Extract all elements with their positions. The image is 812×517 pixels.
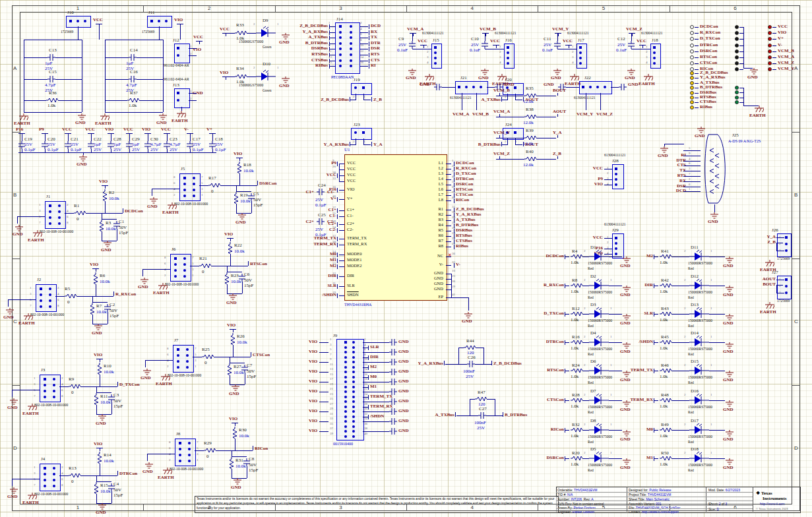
connector-J1[interactable] <box>45 201 66 229</box>
capacitor-icon[interactable] <box>389 408 397 415</box>
resistor-icon[interactable] <box>524 93 536 98</box>
capacitor-icon[interactable] <box>389 428 397 435</box>
testpoint-RTSBus[interactable] <box>690 96 694 100</box>
resistor-icon[interactable] <box>69 384 80 389</box>
testpoint-DSRBus[interactable] <box>690 91 694 95</box>
testpoint-DTRCon[interactable] <box>690 44 694 47</box>
capacitor-icon[interactable] <box>389 349 397 355</box>
connector-J3[interactable] <box>40 375 61 402</box>
capacitor-icon[interactable] <box>434 84 442 90</box>
capacitor-icon[interactable] <box>47 54 55 61</box>
connector-J18[interactable] <box>650 44 661 69</box>
resistor-icon[interactable] <box>235 74 247 79</box>
resistor-icon[interactable] <box>524 114 536 119</box>
resistor-icon[interactable] <box>229 457 234 469</box>
resistor-icon[interactable] <box>202 354 214 359</box>
resistor-icon[interactable] <box>660 456 671 461</box>
resistor-icon[interactable] <box>660 311 671 317</box>
led-icon[interactable] <box>689 278 709 290</box>
testpoint-VCM_B[interactable] <box>768 49 772 53</box>
jumper-J23[interactable] <box>351 128 372 140</box>
resistor-icon[interactable] <box>571 368 582 373</box>
resistor-icon[interactable] <box>235 30 247 36</box>
connector-J8[interactable] <box>175 439 196 466</box>
led-icon[interactable] <box>256 26 276 38</box>
resistor-icon[interactable] <box>232 427 237 439</box>
led-icon[interactable] <box>256 69 276 81</box>
resistor-icon[interactable] <box>46 98 58 103</box>
connector-J28[interactable] <box>612 164 624 189</box>
resistor-icon[interactable] <box>524 156 536 162</box>
testpoint-gnd[interactable] <box>735 55 739 59</box>
capacitor-icon[interactable] <box>389 369 397 375</box>
resistor-icon[interactable] <box>660 340 671 345</box>
capacitor-icon[interactable] <box>47 76 55 82</box>
db9-connector[interactable] <box>701 133 730 204</box>
resistor-icon[interactable] <box>571 283 582 288</box>
resistor-icon[interactable] <box>571 427 582 433</box>
resistor-icon[interactable] <box>127 98 139 103</box>
resistor-icon[interactable] <box>199 263 211 268</box>
led-icon[interactable] <box>689 423 709 435</box>
capacitor-icon[interactable] <box>389 339 397 346</box>
connector-J5[interactable] <box>179 173 201 201</box>
resistor-icon[interactable] <box>660 427 671 433</box>
resistor-icon[interactable] <box>228 242 233 254</box>
testpoint-RIBus[interactable] <box>690 106 694 109</box>
capacitor-icon[interactable] <box>478 412 486 419</box>
resistor-icon[interactable] <box>94 393 99 405</box>
resistor-icon[interactable] <box>94 482 99 494</box>
resistor-icon[interactable] <box>234 192 239 204</box>
testpoint-earth[interactable] <box>735 86 739 90</box>
resistor-icon[interactable] <box>571 398 582 403</box>
resistor-icon[interactable] <box>571 311 582 317</box>
resistor-icon[interactable] <box>237 162 242 173</box>
resistor-icon[interactable] <box>204 448 216 453</box>
resistor-icon[interactable] <box>97 363 102 375</box>
connector-J4[interactable] <box>40 464 61 491</box>
testpoint-Z_B_DCDBus[interactable] <box>690 71 694 75</box>
capacitor-icon[interactable] <box>389 418 397 425</box>
resistor-icon[interactable] <box>475 396 487 402</box>
testpoint-gnd[interactable] <box>735 44 739 47</box>
led-icon[interactable] <box>689 249 709 261</box>
resistor-icon[interactable] <box>74 210 86 216</box>
led-icon[interactable] <box>689 393 709 405</box>
resistor-icon[interactable] <box>571 254 582 259</box>
connector-J15[interactable] <box>431 44 442 69</box>
resistor-icon[interactable] <box>97 452 102 464</box>
resistor-icon[interactable] <box>90 303 95 315</box>
resistor-icon[interactable] <box>660 368 671 373</box>
capacitor-icon[interactable] <box>129 54 137 61</box>
testpoint-RTSCon[interactable] <box>690 55 694 59</box>
capacitor-icon[interactable] <box>554 41 561 49</box>
testpoint-DCDCon[interactable] <box>690 25 694 29</box>
jumper-J19[interactable] <box>351 83 372 95</box>
resistor-icon[interactable] <box>660 283 671 288</box>
resistor-icon[interactable] <box>571 456 582 461</box>
testpoint-gnd[interactable] <box>735 25 739 29</box>
led-icon[interactable] <box>689 335 709 347</box>
resistor-icon[interactable] <box>230 333 235 345</box>
resistor-icon[interactable] <box>65 293 77 299</box>
resistor-icon[interactable] <box>99 220 104 231</box>
resistor-icon[interactable] <box>524 135 536 140</box>
resistor-icon[interactable] <box>69 473 80 478</box>
capacitor-icon[interactable] <box>409 41 416 49</box>
connector-J9[interactable] <box>336 339 364 441</box>
testpoint-VCM_A[interactable] <box>768 55 772 59</box>
testpoint-A_TXBus[interactable] <box>690 81 694 85</box>
resistor-icon[interactable] <box>571 340 582 345</box>
connector-J6[interactable] <box>170 254 191 282</box>
led-icon[interactable] <box>689 307 709 319</box>
resistor-icon[interactable] <box>102 189 108 201</box>
connector-J17[interactable] <box>577 44 587 69</box>
connector-J2[interactable] <box>36 284 57 312</box>
capacitor-icon[interactable] <box>467 361 475 367</box>
resistor-icon[interactable] <box>660 254 671 259</box>
resistor-icon[interactable] <box>227 363 232 375</box>
resistor-icon[interactable] <box>464 345 476 350</box>
resistor-icon[interactable] <box>224 272 230 284</box>
testpoint-V-[interactable] <box>768 44 772 47</box>
connector-J16[interactable] <box>504 44 515 69</box>
